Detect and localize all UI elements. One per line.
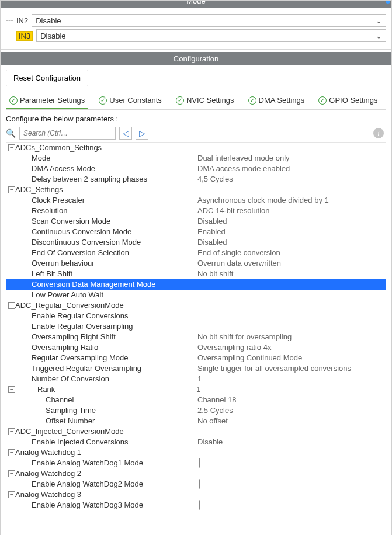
tree-row-value: 1: [196, 384, 386, 395]
tree-group-row[interactable]: −ADC_Settings: [6, 185, 386, 195]
tree-row-value[interactable]: [197, 479, 386, 489]
tree-group-row[interactable]: −Analog Watchdog 1: [6, 447, 386, 458]
tree-row-label: Enable Injected Conversions: [16, 437, 197, 447]
tree-group-row[interactable]: −Analog Watchdog 2: [6, 468, 386, 479]
tree-group-row[interactable]: −ADCs_Common_Settings: [6, 143, 386, 153]
tree-param-row[interactable]: Triggered Regular OversamplingSingle tri…: [6, 363, 386, 374]
tree-row-value: 2.5 Cycles: [197, 405, 386, 416]
tree-group-row[interactable]: −ADC_Regular_ConversionMode: [6, 300, 386, 311]
tree-param-row[interactable]: DMA Access ModeDMA access mode enabled: [6, 164, 386, 174]
collapse-toggle-icon[interactable]: −: [8, 186, 15, 193]
mode-row-in2: IN2 Disable ⌄: [6, 14, 386, 27]
checkbox[interactable]: [199, 500, 200, 510]
tree-row-value: 4,5 Cycles: [197, 174, 386, 185]
tree-param-row[interactable]: Continuous Conversion ModeEnabled: [6, 227, 386, 237]
tab-dma-settings[interactable]: ✓DMA Settings: [245, 92, 308, 109]
tree-param-row[interactable]: Regular Oversampling ModeOversampling Co…: [6, 353, 386, 363]
configuration-panel-header: Configuration: [1, 52, 391, 65]
search-next-button[interactable]: ▷: [136, 127, 148, 140]
tree-row-value: Disabled: [197, 216, 386, 227]
tree-row-value: Single trigger for all oversampled conve…: [197, 363, 386, 374]
tree-row-value[interactable]: [197, 500, 386, 510]
tree-param-row[interactable]: Conversion Data Management ModeRegular C…: [6, 279, 386, 290]
tree-row-label: Resolution: [16, 206, 197, 216]
tree-group-row[interactable]: −ADC_Injected_ConversionMode: [6, 426, 386, 437]
tree-param-row[interactable]: Oversampling Right ShiftNo bit shift for…: [6, 332, 386, 342]
tree-param-row[interactable]: Discontinuous Conversion ModeDisabled: [6, 237, 386, 248]
tree-param-row[interactable]: Enable Analog WatchDog2 Mode: [6, 479, 386, 489]
tree-row-label: Analog Watchdog 1: [15, 447, 196, 458]
tree-row-value: End of single conversion: [197, 248, 386, 258]
tree-row-label: Analog Watchdog 3: [15, 489, 196, 500]
tab-parameter-settings[interactable]: ✓Parameter Settings: [6, 92, 88, 109]
search-input[interactable]: [19, 127, 116, 140]
mode-panel-header: Mode: [1, 1, 391, 8]
tree-param-row[interactable]: Scan Conversion ModeDisabled: [6, 216, 386, 227]
tree-param-row[interactable]: Enable Injected ConversionsDisable: [6, 437, 386, 447]
mode-panel-title: Mode: [186, 1, 206, 5]
mode-select-in2[interactable]: Disable ⌄: [32, 14, 386, 27]
tree-row-label: Triggered Regular Oversampling: [16, 363, 197, 374]
tree-row-label: Continuous Conversion Mode: [16, 227, 197, 237]
collapse-toggle-icon[interactable]: −: [8, 386, 15, 393]
tree-row-value: Oversampling Continued Mode: [197, 353, 386, 363]
tree-group-row[interactable]: −Analog Watchdog 3: [6, 489, 386, 500]
tree-param-row[interactable]: End Of Conversion SelectionEnd of single…: [6, 248, 386, 258]
collapse-toggle-icon[interactable]: −: [8, 470, 15, 477]
tree-param-row[interactable]: ChannelChannel 18: [6, 395, 386, 405]
tree-param-row[interactable]: Oversampling RatioOversampling ratio 4x: [6, 342, 386, 353]
checkbox[interactable]: [199, 458, 200, 468]
tree-row-label: Enable Regular Oversampling: [16, 321, 197, 332]
tree-param-row[interactable]: ModeDual interleaved mode only: [6, 153, 386, 164]
configuration-panel-body: Reset Configuration ✓Parameter Settings✓…: [1, 65, 391, 535]
parameter-toolbar: 🔍 ◁ ▷ i: [6, 127, 386, 140]
info-icon[interactable]: i: [373, 128, 384, 138]
collapse-toggle-icon[interactable]: −: [8, 428, 15, 435]
search-icon[interactable]: 🔍: [6, 128, 16, 138]
parameter-tree: −ADCs_Common_SettingsModeDual interleave…: [6, 142, 386, 510]
tab-user-constants[interactable]: ✓User Constants: [95, 92, 165, 109]
tab-label: NVIC Settings: [186, 96, 234, 105]
tree-param-row[interactable]: Clock PrescalerAsynchronous clock mode d…: [6, 195, 386, 206]
check-circle-icon: ✓: [248, 96, 256, 105]
tree-row-value[interactable]: [197, 458, 386, 468]
configure-parameters-label: Configure the below parameters :: [6, 114, 386, 123]
tree-param-row[interactable]: Overrun behaviourOverrun data overwritte…: [6, 258, 386, 269]
tab-label: DMA Settings: [259, 96, 305, 105]
collapse-toggle-icon[interactable]: −: [8, 302, 15, 309]
tree-row-label: Enable Analog WatchDog2 Mode: [16, 479, 197, 489]
tree-row-value: Asynchronous clock mode divided by 1: [197, 195, 386, 206]
mode-select-in3[interactable]: Disable ⌄: [36, 29, 386, 42]
mode-row-in3: IN3 Disable ⌄: [6, 29, 386, 42]
tree-param-row[interactable]: Low Power Auto Wait: [6, 290, 386, 300]
tab-gpio-settings[interactable]: ✓GPIO Settings: [315, 92, 381, 109]
tree-param-row[interactable]: Enable Analog WatchDog1 Mode: [6, 458, 386, 468]
reset-configuration-button[interactable]: Reset Configuration: [6, 70, 88, 86]
search-prev-button[interactable]: ◁: [119, 127, 132, 140]
tree-row-value: 1: [197, 374, 386, 384]
tree-param-row[interactable]: Enable Analog WatchDog3 Mode: [6, 500, 386, 510]
mode-row-label: IN3: [16, 31, 33, 41]
tree-param-row[interactable]: Offset NumberNo offset: [6, 416, 386, 426]
collapse-toggle-icon[interactable]: −: [8, 144, 15, 151]
tree-param-row[interactable]: Enable Regular Conversions: [6, 311, 386, 321]
tree-param-row[interactable]: Left Bit ShiftNo bit shift: [6, 269, 386, 279]
tree-param-row[interactable]: Enable Regular Oversampling: [6, 321, 386, 332]
tree-group-row[interactable]: −Rank1: [6, 384, 386, 395]
tree-row-value: Dual interleaved mode only: [197, 153, 386, 164]
tab-label: User Constants: [109, 96, 162, 105]
tree-param-row[interactable]: ResolutionADC 14-bit resolution: [6, 206, 386, 216]
checkbox[interactable]: [199, 479, 200, 489]
tab-nvic-settings[interactable]: ✓NVIC Settings: [172, 92, 238, 109]
tree-param-row[interactable]: Sampling Time2.5 Cycles: [6, 405, 386, 416]
tree-row-value: DMA access mode enabled: [197, 164, 386, 174]
tab-label: Parameter Settings: [20, 96, 85, 105]
collapse-toggle-icon[interactable]: −: [8, 491, 15, 498]
tree-param-row[interactable]: Delay between 2 sampling phases4,5 Cycle…: [6, 174, 386, 185]
collapse-toggle-icon[interactable]: −: [8, 449, 15, 456]
config-tabbar: ✓Parameter Settings✓User Constants✓NVIC …: [6, 92, 386, 110]
tree-param-row[interactable]: Number Of Conversion1: [6, 374, 386, 384]
tree-row-label: Number Of Conversion: [16, 374, 197, 384]
tree-row-label: Analog Watchdog 2: [15, 468, 196, 479]
tree-row-value: Oversampling ratio 4x: [197, 342, 386, 353]
